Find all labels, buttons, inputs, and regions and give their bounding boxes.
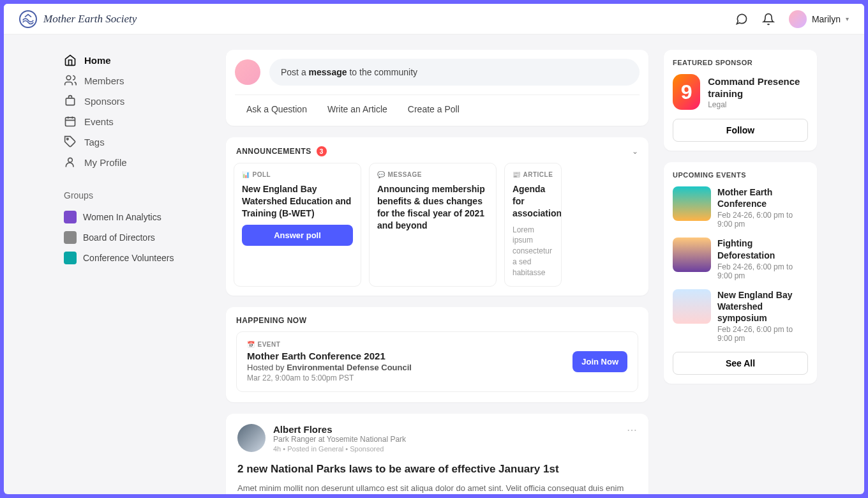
nav-label: Events bbox=[84, 116, 114, 127]
right-column: FEATURED SPONSOR 9 Command Presence trai… bbox=[664, 50, 817, 494]
announcements-title: ANNOUNCEMENTS bbox=[236, 147, 311, 156]
chat-icon[interactable] bbox=[735, 13, 748, 26]
event-item-date: Feb 24-26, 6:00 pm to 9:00 pm bbox=[717, 262, 808, 280]
tag-icon bbox=[64, 135, 77, 148]
brand[interactable]: Mother Earth Society bbox=[19, 10, 137, 28]
event-item-date: Feb 24-26, 6:00 pm to 9:00 pm bbox=[717, 325, 808, 343]
post-body: Amet minim mollit non deserunt ullamco e… bbox=[237, 482, 637, 494]
event-item-date: Feb 24-26, 6:00 pm to 9:00 pm bbox=[717, 211, 808, 229]
event-item[interactable]: Mother Earth Conference Feb 24-26, 6:00 … bbox=[673, 186, 808, 229]
announcement-card[interactable]: 💬MESSAGE Announcing membership benefits … bbox=[369, 163, 497, 287]
group-thumb bbox=[64, 252, 77, 264]
event-item-title: New England Bay Watershed symposium bbox=[717, 289, 808, 324]
announcement-card[interactable]: 📊POLL New England Bay Watershed Educatio… bbox=[234, 163, 361, 287]
upcoming-events-card: UPCOMING EVENTS Mother Earth Conference … bbox=[664, 162, 817, 384]
announcements-card: ANNOUNCEMENTS 3 ⌄ 📊POLL New England Bay … bbox=[226, 137, 648, 296]
nav-tags[interactable]: Tags bbox=[59, 132, 211, 152]
featured-sponsor-card: FEATURED SPONSOR 9 Command Presence trai… bbox=[664, 50, 817, 151]
group-label: Women In Analytics bbox=[83, 212, 161, 222]
event-thumb bbox=[673, 186, 711, 221]
announcement-card[interactable]: 📰ARTICLE Agenda for association Lorem ip… bbox=[504, 163, 562, 287]
message-icon: 💬 bbox=[377, 171, 385, 178]
event-host: Hosted by Environmental Defense Council bbox=[247, 363, 412, 372]
avatar bbox=[789, 10, 807, 28]
svg-point-4 bbox=[68, 158, 73, 162]
group-women-analytics[interactable]: Women In Analytics bbox=[59, 207, 211, 227]
follow-button[interactable]: Follow bbox=[673, 119, 808, 142]
nav-members[interactable]: Members bbox=[59, 70, 211, 91]
nav-events[interactable]: Events bbox=[59, 111, 211, 132]
post-avatar bbox=[237, 424, 266, 452]
create-poll[interactable]: Create a Poll bbox=[408, 104, 460, 114]
svg-point-0 bbox=[66, 76, 71, 80]
event-thumb bbox=[673, 289, 711, 324]
event-item[interactable]: New England Bay Watershed symposium Feb … bbox=[673, 289, 808, 343]
announcements-count-badge: 3 bbox=[317, 146, 327, 156]
announcement-title: New England Bay Watershed Education and … bbox=[242, 183, 353, 220]
brand-name: Mother Earth Society bbox=[43, 13, 137, 26]
group-label: Conference Volunteers bbox=[83, 253, 174, 263]
nav-profile[interactable]: My Profile bbox=[59, 152, 211, 172]
svg-point-3 bbox=[67, 139, 69, 140]
announcement-title: Agenda for association bbox=[513, 183, 553, 220]
main-column: Post a message to the community Ask a Qu… bbox=[226, 50, 648, 494]
topbar: Mother Earth Society Marilyn ▾ bbox=[4, 4, 864, 34]
sponsor-name: Command Presence training bbox=[708, 75, 808, 100]
event-date: Mar 22, 9:00am to 5:00pm PST bbox=[247, 374, 412, 382]
bell-icon[interactable] bbox=[762, 13, 775, 26]
group-label: Board of Directors bbox=[83, 232, 155, 243]
write-article[interactable]: Write an Article bbox=[327, 104, 387, 114]
article-icon: 📰 bbox=[513, 171, 521, 178]
nav-home[interactable]: Home bbox=[59, 50, 211, 70]
event-item-title: Fighting Deforestation bbox=[717, 238, 808, 260]
event-thumb bbox=[673, 238, 711, 272]
event-item[interactable]: Fighting Deforestation Feb 24-26, 6:00 p… bbox=[673, 238, 808, 280]
announcement-title: Announcing membership benefits & dues ch… bbox=[377, 183, 488, 232]
groups-header: Groups bbox=[64, 190, 211, 200]
svg-rect-1 bbox=[66, 98, 74, 105]
group-volunteers[interactable]: Conference Volunteers bbox=[59, 248, 211, 268]
join-now-button[interactable]: Join Now bbox=[572, 351, 627, 372]
ask-question[interactable]: Ask a Question bbox=[246, 104, 307, 114]
group-board[interactable]: Board of Directors bbox=[59, 227, 211, 248]
brand-logo-icon bbox=[19, 10, 37, 28]
event-title: Mother Earth Conference 2021 bbox=[247, 351, 412, 361]
sponsor-header: FEATURED SPONSOR bbox=[673, 59, 808, 66]
post-more-icon[interactable]: ⋯ bbox=[627, 424, 637, 436]
composer-input[interactable]: Post a message to the community bbox=[269, 59, 640, 86]
post-author[interactable]: Albert Flores bbox=[273, 424, 406, 435]
post-title: 2 new National Parks laws to be aware of… bbox=[237, 463, 637, 476]
event-icon: 📅 bbox=[247, 341, 255, 348]
user-name: Marilyn bbox=[812, 14, 841, 24]
nav-sponsors[interactable]: Sponsors bbox=[59, 91, 211, 111]
chevron-down-icon: ▾ bbox=[846, 15, 849, 22]
svg-rect-2 bbox=[66, 117, 75, 126]
answer-poll-button[interactable]: Answer poll bbox=[242, 225, 353, 246]
post-role: Park Ranger at Yosemite National Park bbox=[273, 435, 406, 444]
profile-icon bbox=[64, 156, 77, 169]
events-header: UPCOMING EVENTS bbox=[673, 171, 808, 179]
members-icon bbox=[64, 74, 77, 87]
collapse-icon[interactable]: ⌄ bbox=[632, 147, 638, 156]
sponsor-category: Legal bbox=[708, 100, 808, 109]
user-avatar bbox=[235, 59, 260, 85]
group-thumb bbox=[64, 211, 77, 223]
event-item-title: Mother Earth Conference bbox=[717, 186, 808, 209]
sponsor-logo: 9 bbox=[673, 74, 700, 110]
happening-now-card: HAPPENING NOW 📅EVENT Mother Earth Confer… bbox=[226, 307, 648, 402]
nav-label: Members bbox=[84, 75, 124, 86]
group-thumb bbox=[64, 231, 77, 244]
user-menu[interactable]: Marilyn ▾ bbox=[789, 10, 849, 28]
see-all-button[interactable]: See All bbox=[673, 352, 808, 375]
announcement-excerpt: Lorem ipsum consectetur a sed habitasse bbox=[513, 225, 553, 278]
poll-icon: 📊 bbox=[242, 171, 250, 178]
nav-label: Home bbox=[84, 55, 111, 66]
sponsors-icon bbox=[64, 94, 77, 107]
nav-label: Sponsors bbox=[84, 96, 124, 107]
happening-title: HAPPENING NOW bbox=[236, 316, 307, 325]
nav-label: Tags bbox=[84, 137, 105, 147]
home-icon bbox=[64, 54, 77, 66]
post-meta: 4h • Posted in General • Sponsored bbox=[273, 445, 406, 453]
sidebar: Home Members Sponsors Events Tags My Pro… bbox=[51, 50, 211, 494]
feed-post: Albert Flores Park Ranger at Yosemite Na… bbox=[226, 414, 648, 494]
